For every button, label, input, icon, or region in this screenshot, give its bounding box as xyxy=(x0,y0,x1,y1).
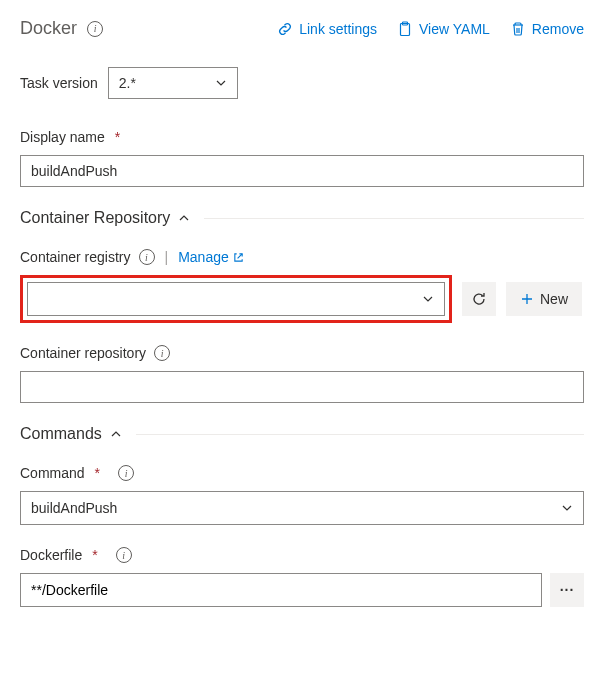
refresh-icon xyxy=(471,291,487,307)
dockerfile-row: ··· xyxy=(20,573,584,607)
new-button-label: New xyxy=(540,291,568,307)
container-registry-group: Container registry i | Manage xyxy=(20,249,584,265)
link-settings-link[interactable]: Link settings xyxy=(277,21,377,37)
remove-link[interactable]: Remove xyxy=(510,21,584,37)
command-label-row: Command* i xyxy=(20,465,584,481)
info-icon[interactable]: i xyxy=(118,465,134,481)
commands-section-header[interactable]: Commands xyxy=(20,425,584,443)
command-select[interactable]: buildAndPush xyxy=(20,491,584,525)
section-divider xyxy=(136,434,584,435)
divider: | xyxy=(165,249,169,265)
dockerfile-input[interactable] xyxy=(20,573,542,607)
page-title: Docker xyxy=(20,18,77,39)
dockerfile-label-row: Dockerfile* i xyxy=(20,547,584,563)
external-link-icon xyxy=(233,252,244,263)
manage-link[interactable]: Manage xyxy=(178,249,244,265)
task-header: Docker i Link settings View YAML xyxy=(20,18,584,39)
container-registry-label-row: Container registry i | Manage xyxy=(20,249,584,265)
chevron-up-icon xyxy=(110,428,122,440)
container-registry-row: New xyxy=(20,275,584,323)
info-icon[interactable]: i xyxy=(139,249,155,265)
chevron-down-icon xyxy=(215,77,227,89)
container-repository-section-header[interactable]: Container Repository xyxy=(20,209,584,227)
task-version-label: Task version xyxy=(20,75,98,91)
container-repository-group: Container repository i xyxy=(20,345,584,403)
container-repository-label-row: Container repository i xyxy=(20,345,584,361)
link-icon xyxy=(277,21,293,37)
section-divider xyxy=(204,218,584,219)
container-registry-select[interactable] xyxy=(27,282,445,316)
required-marker: * xyxy=(115,129,120,145)
task-version-row: Task version 2.* xyxy=(20,67,584,99)
plus-icon xyxy=(520,292,534,306)
remove-label: Remove xyxy=(532,21,584,37)
dockerfile-group: Dockerfile* i ··· xyxy=(20,547,584,607)
refresh-button[interactable] xyxy=(462,282,496,316)
highlighted-dropdown-wrap xyxy=(20,275,452,323)
display-name-input[interactable] xyxy=(20,155,584,187)
new-button[interactable]: New xyxy=(506,282,582,316)
container-repository-title: Container Repository xyxy=(20,209,170,227)
required-marker: * xyxy=(95,465,100,481)
commands-title: Commands xyxy=(20,425,102,443)
manage-label: Manage xyxy=(178,249,229,265)
container-repository-label: Container repository xyxy=(20,345,146,361)
display-name-label: Display name xyxy=(20,129,105,145)
header-links: Link settings View YAML Remove xyxy=(277,21,584,37)
chevron-up-icon xyxy=(178,212,190,224)
chevron-down-icon xyxy=(561,502,573,514)
info-icon[interactable]: i xyxy=(87,21,103,37)
trash-icon xyxy=(510,21,526,37)
browse-button[interactable]: ··· xyxy=(550,573,584,607)
header-left: Docker i xyxy=(20,18,103,39)
view-yaml-label: View YAML xyxy=(419,21,490,37)
command-value: buildAndPush xyxy=(31,500,117,516)
info-icon[interactable]: i xyxy=(154,345,170,361)
display-name-label-row: Display name* xyxy=(20,129,584,145)
command-group: Command* i buildAndPush xyxy=(20,465,584,525)
dockerfile-label: Dockerfile xyxy=(20,547,82,563)
command-label: Command xyxy=(20,465,85,481)
display-name-group: Display name* xyxy=(20,129,584,187)
view-yaml-link[interactable]: View YAML xyxy=(397,21,490,37)
ellipsis-icon: ··· xyxy=(560,582,575,598)
info-icon[interactable]: i xyxy=(116,547,132,563)
task-version-select[interactable]: 2.* xyxy=(108,67,238,99)
task-version-value: 2.* xyxy=(119,75,136,91)
clipboard-icon xyxy=(397,21,413,37)
container-repository-input[interactable] xyxy=(20,371,584,403)
link-settings-label: Link settings xyxy=(299,21,377,37)
required-marker: * xyxy=(92,547,97,563)
container-registry-label: Container registry xyxy=(20,249,131,265)
chevron-down-icon xyxy=(422,293,434,305)
